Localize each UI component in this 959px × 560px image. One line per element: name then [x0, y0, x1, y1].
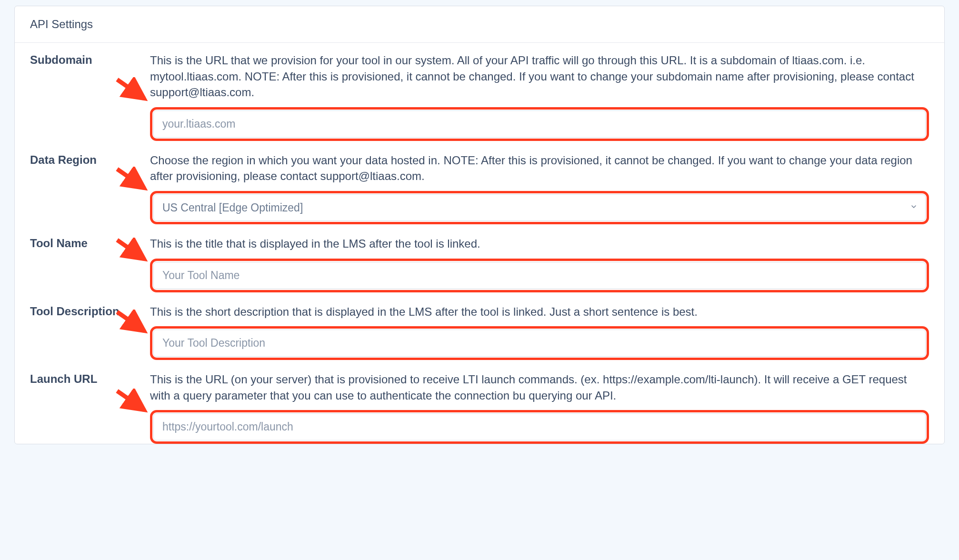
- highlight-tool-description: [150, 326, 929, 360]
- data-region-select[interactable]: US Central [Edge Optimized]: [153, 194, 926, 221]
- label-col-subdomain: Subdomain: [30, 52, 150, 67]
- highlight-tool-name: [150, 259, 929, 292]
- annotation-arrow-icon: [115, 389, 153, 412]
- content-col-tool-description: This is the short description that is di…: [150, 304, 929, 367]
- subdomain-input[interactable]: [153, 110, 926, 138]
- highlight-launch-url: [150, 410, 929, 444]
- label-data-region: Data Region: [30, 153, 150, 167]
- help-launch-url: This is the URL (on your server) that is…: [150, 371, 929, 403]
- row-tool-description: Tool Description This is the short descr…: [30, 304, 929, 367]
- api-settings-card: API Settings Subdomain This is the URL t…: [14, 6, 945, 444]
- annotation-arrow-icon: [115, 167, 153, 190]
- label-launch-url: Launch URL: [30, 372, 150, 386]
- annotation-arrow-icon: [115, 310, 153, 333]
- help-tool-description: This is the short description that is di…: [150, 304, 929, 320]
- help-tool-name: This is the title that is displayed in t…: [150, 236, 929, 252]
- launch-url-input[interactable]: [153, 413, 926, 440]
- row-tool-name: Tool Name This is the title that is disp…: [30, 236, 929, 299]
- label-col-data-region: Data Region: [30, 152, 150, 167]
- content-col-tool-name: This is the title that is displayed in t…: [150, 236, 929, 299]
- content-col-launch-url: This is the URL (on your server) that is…: [150, 371, 929, 444]
- content-col-subdomain: This is the URL that we provision for yo…: [150, 52, 929, 148]
- label-col-tool-name: Tool Name: [30, 236, 150, 250]
- highlight-data-region: US Central [Edge Optimized]: [150, 191, 929, 224]
- card-body: Subdomain This is the URL that we provis…: [15, 43, 944, 444]
- help-subdomain: This is the URL that we provision for yo…: [150, 52, 929, 100]
- label-col-tool-description: Tool Description: [30, 304, 150, 318]
- tool-name-input[interactable]: [153, 262, 926, 289]
- card-title: API Settings: [30, 18, 93, 30]
- annotation-arrow-icon: [115, 77, 153, 101]
- select-wrap-data-region: US Central [Edge Optimized]: [153, 194, 926, 221]
- highlight-subdomain: [150, 107, 929, 141]
- row-launch-url: Launch URL This is the URL (on your serv…: [30, 371, 929, 444]
- tool-description-input[interactable]: [153, 330, 926, 357]
- label-col-launch-url: Launch URL: [30, 371, 150, 386]
- row-subdomain: Subdomain This is the URL that we provis…: [30, 52, 929, 148]
- card-header: API Settings: [15, 6, 944, 43]
- label-subdomain: Subdomain: [30, 53, 150, 67]
- content-col-data-region: Choose the region in which you want your…: [150, 152, 929, 231]
- annotation-arrow-icon: [115, 238, 153, 261]
- help-data-region: Choose the region in which you want your…: [150, 152, 929, 184]
- row-data-region: Data Region Choose the region in which y…: [30, 152, 929, 231]
